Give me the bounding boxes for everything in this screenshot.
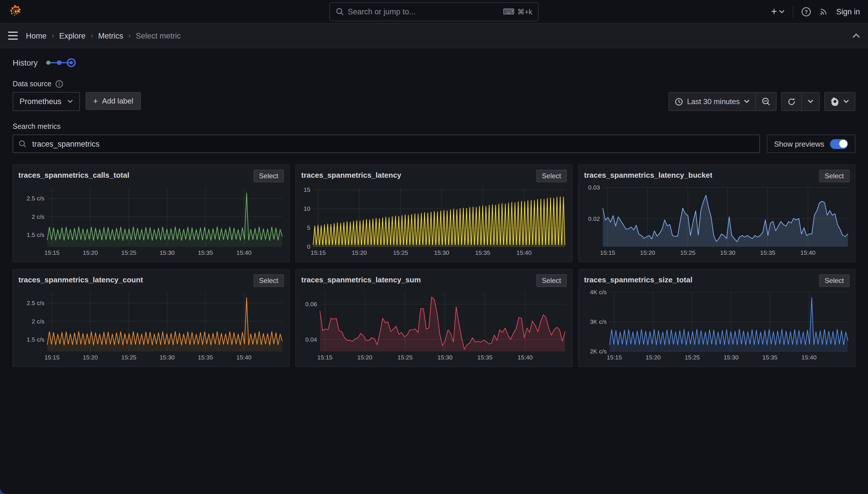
svg-text:15:15: 15:15 (600, 249, 615, 256)
collapse-toolbar-button[interactable] (852, 33, 860, 38)
clock-icon (675, 97, 683, 106)
select-button[interactable]: Select (819, 170, 850, 182)
data-source-value: Prometheus (20, 97, 61, 106)
svg-text:0.02: 0.02 (588, 215, 600, 222)
refresh-interval-button[interactable] (802, 92, 820, 111)
zoom-out-button[interactable] (756, 92, 776, 111)
svg-text:15:30: 15:30 (724, 354, 739, 361)
refresh-button[interactable] (781, 92, 802, 111)
svg-text:2 c/s: 2 c/s (32, 213, 44, 220)
breadcrumb-current: Select metric (136, 31, 181, 40)
svg-text:15:20: 15:20 (352, 249, 367, 256)
svg-text:15: 15 (303, 186, 310, 193)
data-source-picker[interactable]: Prometheus (13, 92, 80, 111)
svg-text:15:20: 15:20 (357, 354, 373, 361)
panel-title: traces_spanmetrics_latency_bucket (584, 170, 712, 179)
svg-text:15:15: 15:15 (44, 249, 60, 256)
select-button[interactable]: Select (253, 274, 284, 287)
svg-text:15:40: 15:40 (236, 249, 252, 256)
info-icon[interactable] (56, 80, 63, 88)
svg-text:15:15: 15:15 (44, 354, 60, 361)
add-menu-button[interactable]: + (771, 5, 784, 18)
chevron-up-icon (852, 33, 860, 38)
svg-text:2K c/s: 2K c/s (590, 348, 607, 355)
refresh-icon (788, 97, 795, 106)
svg-text:15:15: 15:15 (317, 354, 333, 361)
svg-text:15:35: 15:35 (760, 249, 775, 256)
svg-text:15:20: 15:20 (83, 249, 98, 256)
svg-text:15:35: 15:35 (198, 354, 213, 361)
svg-text:15:30: 15:30 (434, 249, 449, 256)
panel-chart: 15:1515:2015:2515:3015:3515:401.5 c/s2 c… (18, 185, 284, 258)
svg-text:15:30: 15:30 (720, 249, 735, 256)
global-search-placeholder: Search or jump to... (348, 7, 499, 16)
caret-down-icon (843, 99, 849, 103)
svg-text:15:15: 15:15 (607, 354, 622, 361)
news-button[interactable] (819, 7, 828, 16)
panel-chart: 15:1515:2015:2515:3015:3515:401.5 c/s2 c… (18, 289, 284, 363)
select-button[interactable]: Select (819, 274, 850, 287)
refresh-group (781, 92, 820, 111)
metric-search-input[interactable] (31, 139, 754, 149)
rss-icon (819, 7, 828, 16)
svg-text:15:20: 15:20 (640, 249, 655, 256)
select-button[interactable]: Select (536, 274, 567, 287)
panel-chart: 15:1515:2015:2515:3015:3515:400.020.03 (584, 185, 850, 258)
breadcrumb-separator: › (91, 32, 93, 40)
panel-chart: 15:1515:2015:2515:3015:3515:402K c/s3K c… (584, 289, 850, 363)
svg-text:0.03: 0.03 (588, 185, 600, 191)
time-range-button[interactable]: Last 30 minutes (669, 92, 756, 111)
svg-text:15:35: 15:35 (198, 249, 213, 256)
metric-search-field (13, 135, 760, 153)
panel-title: traces_spanmetrics_size_total (584, 274, 692, 284)
breadcrumb-explore[interactable]: Explore (59, 31, 86, 40)
metric-panel-grid: traces_spanmetrics_calls_total Select 15… (13, 165, 855, 367)
metric-panel: traces_spanmetrics_latency_count Select … (13, 269, 290, 367)
keyboard-shortcut: ⌨ ⌘+k (503, 7, 532, 16)
time-range-label: Last 30 minutes (687, 97, 740, 106)
gear-icon (831, 97, 839, 106)
svg-text:2 c/s: 2 c/s (32, 318, 44, 325)
grafana-logo-icon[interactable] (8, 4, 23, 19)
breadcrumb-separator: › (52, 32, 54, 40)
svg-text:15:15: 15:15 (311, 249, 326, 256)
select-button[interactable]: Select (536, 170, 567, 182)
breadcrumb-home[interactable]: Home (26, 31, 46, 40)
svg-text:2.5 c/s: 2.5 c/s (27, 195, 44, 202)
help-button[interactable]: ? (801, 6, 811, 16)
breadcrumb: Home › Explore › Metrics › Select metric (26, 31, 181, 40)
help-icon: ? (801, 6, 811, 16)
data-source-label: Data source (13, 80, 52, 88)
show-previews-toggle[interactable] (830, 139, 848, 149)
history-timeline[interactable] (44, 57, 77, 69)
chevron-down-icon (778, 10, 784, 14)
metric-panel: traces_spanmetrics_latency Select 15:151… (295, 165, 573, 262)
search-metrics-label: Search metrics (13, 122, 61, 131)
search-icon (18, 140, 26, 148)
svg-text:1.5 c/s: 1.5 c/s (27, 336, 44, 343)
svg-text:15:25: 15:25 (393, 249, 408, 256)
svg-text:15:30: 15:30 (159, 354, 175, 361)
plus-icon: + (93, 96, 98, 106)
caret-down-icon (808, 99, 813, 103)
plus-icon: + (771, 5, 777, 18)
breadcrumb-metrics[interactable]: Metrics (98, 31, 123, 40)
add-label-button[interactable]: + Add label (86, 92, 141, 110)
panel-title: traces_spanmetrics_calls_total (18, 170, 129, 179)
global-search-input[interactable]: Search or jump to... ⌨ ⌘+k (329, 2, 539, 21)
svg-text:10: 10 (303, 205, 310, 212)
settings-button[interactable] (824, 92, 855, 111)
svg-text:0: 0 (307, 243, 310, 250)
metric-panel: traces_spanmetrics_size_total Select 15:… (578, 269, 855, 367)
menu-toggle-button[interactable] (8, 32, 18, 40)
select-button[interactable]: Select (253, 170, 284, 182)
panel-chart: 15:1515:2015:2515:3015:3515:40051015 (301, 185, 567, 258)
caret-down-icon (744, 99, 750, 103)
sign-in-button[interactable]: Sign in (836, 7, 860, 16)
search-icon (336, 7, 344, 16)
svg-text:15:25: 15:25 (397, 354, 413, 361)
svg-text:15:20: 15:20 (646, 354, 661, 361)
svg-text:?: ? (805, 8, 808, 15)
svg-text:15:35: 15:35 (475, 249, 490, 256)
svg-text:15:30: 15:30 (437, 354, 453, 361)
